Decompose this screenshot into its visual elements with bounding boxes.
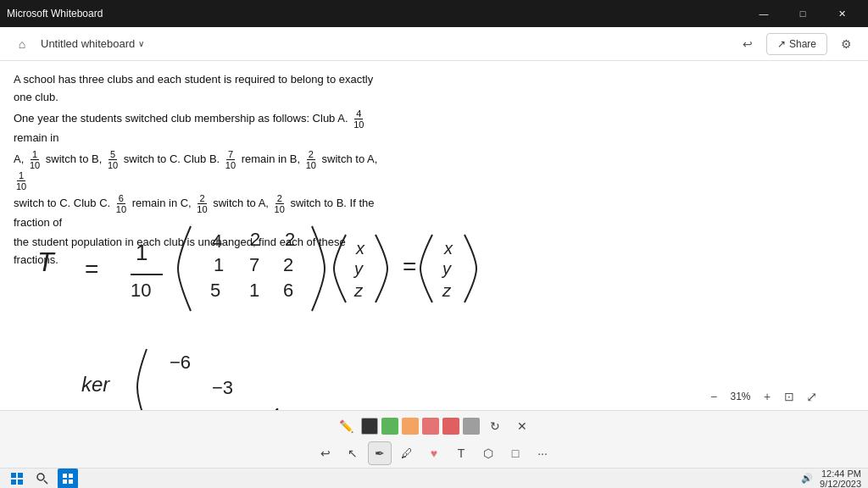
sticky-note-button[interactable]: □ — [504, 441, 527, 465]
svg-text:10: 10 — [131, 280, 151, 301]
color-swatch-pink[interactable] — [442, 418, 459, 435]
svg-rect-26 — [18, 473, 23, 478]
home-button[interactable]: ⌂ — [10, 32, 34, 56]
title-bar: Microsoft Whiteboard — □ ✕ — [0, 0, 868, 27]
clock: 12:44 PM 9/12/2023 — [820, 469, 861, 489]
svg-text:7: 7 — [249, 254, 259, 275]
fit-to-screen-button[interactable]: ⊡ — [779, 386, 799, 407]
zoom-in-button[interactable]: + — [757, 386, 777, 407]
app-taskbar-icon[interactable] — [58, 469, 78, 489]
svg-text:ker: ker — [81, 373, 110, 396]
svg-text:1: 1 — [214, 254, 224, 275]
date-display: 9/12/2023 — [820, 479, 861, 489]
share-icon: ↗ — [777, 38, 786, 50]
settings-button[interactable]: ⚙ — [834, 32, 858, 56]
maximize-button[interactable]: □ — [783, 0, 822, 27]
handwriting-canvas: T = 1 10 4 2 2 1 7 2 5 1 6 x y z = — [0, 61, 610, 417]
svg-rect-32 — [69, 474, 73, 478]
chevron-down-icon: ∨ — [138, 39, 144, 48]
svg-text:y: y — [441, 259, 452, 278]
menubar-left: ⌂ Untitled whiteboard ∨ — [10, 32, 144, 56]
svg-text:2: 2 — [285, 229, 295, 250]
svg-text:2: 2 — [250, 229, 260, 250]
svg-rect-33 — [63, 480, 67, 484]
undo-button[interactable]: ↩ — [736, 32, 760, 56]
export-button[interactable]: ⤢ — [801, 386, 821, 407]
undo-tool-button[interactable]: ↩ — [314, 441, 337, 465]
more-tools-button[interactable]: ··· — [531, 441, 554, 465]
svg-text:T: T — [37, 247, 56, 277]
clear-icon[interactable]: ↻ — [483, 414, 507, 438]
close-toolbar-icon[interactable]: ✕ — [510, 414, 534, 438]
svg-rect-27 — [11, 480, 16, 485]
windows-button[interactable] — [7, 469, 27, 489]
svg-rect-34 — [69, 480, 73, 484]
app-title: Microsoft Whiteboard — [7, 8, 103, 19]
svg-text:−3: −3 — [212, 377, 233, 398]
system-tray: 🔊 — [801, 473, 813, 484]
svg-text:6: 6 — [283, 280, 293, 301]
svg-point-29 — [37, 474, 44, 480]
svg-text:−6: −6 — [170, 352, 191, 373]
svg-text:z: z — [442, 281, 452, 300]
highlighter-tool-button[interactable]: 🖊 — [395, 441, 419, 465]
statusbar-right: 🔊 12:44 PM 9/12/2023 — [801, 469, 861, 489]
svg-text:=: = — [85, 256, 98, 282]
pencil-icon: ✏️ — [334, 414, 358, 438]
whiteboard-title-text: Untitled whiteboard — [41, 37, 135, 50]
share-button[interactable]: ↗ Share — [766, 33, 827, 55]
svg-rect-31 — [63, 474, 67, 478]
svg-text:1: 1 — [136, 240, 147, 265]
share-label: Share — [789, 38, 816, 50]
color-swatch-red[interactable] — [422, 418, 439, 435]
select-tool-button[interactable]: ↖ — [341, 441, 364, 465]
close-button[interactable]: ✕ — [822, 0, 861, 27]
text-tool-button[interactable]: T — [449, 441, 473, 465]
svg-text:2: 2 — [283, 254, 293, 275]
bottom-toolbar: ✏️ ↻ ✕ ↩ ↖ ✒ 🖊 ♥ T ⬡ □ ··· — [0, 410, 868, 468]
color-row: ✏️ ↻ ✕ — [334, 414, 534, 438]
svg-line-30 — [44, 480, 47, 484]
zoom-level-display: 31% — [726, 391, 755, 402]
titlebar-left: Microsoft Whiteboard — [7, 8, 103, 19]
status-bar: 🔊 12:44 PM 9/12/2023 — [0, 468, 868, 488]
menubar: ⌂ Untitled whiteboard ∨ ↩ ↗ Share ⚙ — [0, 27, 868, 61]
svg-text:y: y — [353, 259, 364, 278]
svg-text:z: z — [353, 281, 364, 300]
pen-tool-button[interactable]: ✒ — [368, 441, 392, 465]
search-taskbar-button[interactable] — [32, 469, 53, 489]
svg-text:1: 1 — [249, 280, 259, 301]
color-swatch-green[interactable] — [381, 418, 398, 435]
minimize-button[interactable]: — — [744, 0, 783, 27]
color-swatch-black[interactable] — [361, 418, 378, 435]
marker-tool-button[interactable]: ♥ — [422, 441, 446, 465]
svg-text:x: x — [443, 239, 453, 258]
zoom-out-button[interactable]: − — [704, 386, 724, 407]
color-swatch-gray[interactable] — [463, 418, 480, 435]
menubar-right: ↩ ↗ Share ⚙ — [736, 32, 858, 56]
color-swatch-orange[interactable] — [402, 418, 419, 435]
zoom-controls: − 31% + ⊡ ⤢ — [704, 386, 821, 407]
svg-text:4: 4 — [212, 230, 222, 252]
whiteboard-title-button[interactable]: Untitled whiteboard ∨ — [41, 37, 144, 50]
statusbar-left — [7, 469, 78, 489]
titlebar-controls: — □ ✕ — [744, 0, 861, 27]
svg-text:5: 5 — [210, 280, 220, 301]
tool-row: ↩ ↖ ✒ 🖊 ♥ T ⬡ □ ··· — [314, 441, 554, 465]
svg-text:=: = — [403, 253, 416, 280]
time-display: 12:44 PM — [820, 469, 861, 479]
shapes-tool-button[interactable]: ⬡ — [476, 441, 500, 465]
svg-rect-28 — [18, 480, 23, 485]
svg-rect-25 — [11, 473, 16, 478]
svg-text:x: x — [355, 239, 365, 258]
